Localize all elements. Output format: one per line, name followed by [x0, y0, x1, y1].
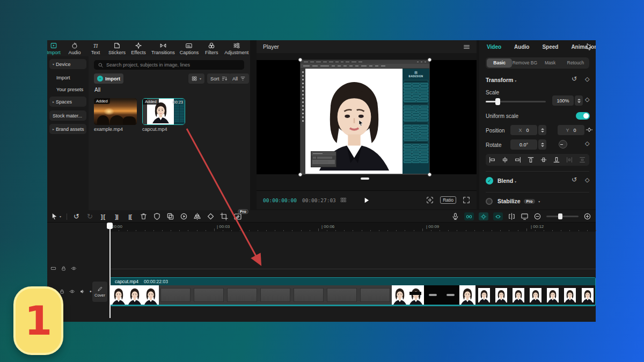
magnetic-snap-toggle[interactable]: [479, 212, 488, 220]
filter-button[interactable]: All: [229, 73, 249, 84]
align-left-icon[interactable]: [486, 156, 499, 164]
fullscreen-icon[interactable]: [463, 196, 470, 204]
tab-audio[interactable]: Audio: [67, 42, 83, 55]
undo-icon[interactable]: ↺: [72, 212, 80, 220]
tab-import[interactable]: Import: [47, 42, 62, 55]
timeline-zoom-slider[interactable]: [546, 216, 579, 217]
rotate-handle[interactable]: [361, 178, 369, 180]
cover-button[interactable]: Cover: [92, 282, 107, 302]
timeline-clip-capcut[interactable]: capcut.mp4 00:00:22:03: [110, 277, 596, 306]
lock-icon[interactable]: [61, 265, 67, 271]
tab-animation[interactable]: Animation: [571, 44, 596, 50]
uniform-scale-toggle[interactable]: [576, 112, 590, 120]
media-item-example[interactable]: Added: [94, 98, 137, 125]
auto-ripple-toggle[interactable]: [464, 212, 474, 220]
mirror-icon[interactable]: [193, 212, 201, 220]
mute-icon[interactable]: [79, 289, 85, 294]
transform-handle[interactable]: [428, 58, 431, 62]
align-bottom-icon[interactable]: [550, 156, 563, 164]
playhead-line[interactable]: [109, 223, 111, 318]
speed-icon[interactable]: [180, 212, 188, 220]
rotate-value-field[interactable]: 0.0°: [510, 139, 537, 150]
media-item-capcut[interactable]: Added 00:23: [142, 98, 185, 125]
tab-speed[interactable]: Speed: [542, 44, 558, 50]
chevron-down-icon[interactable]: ▾: [515, 79, 516, 83]
delete-icon[interactable]: [140, 212, 148, 220]
import-button[interactable]: + Import: [94, 73, 123, 84]
link-toggle[interactable]: [493, 212, 503, 220]
align-top-icon[interactable]: [524, 156, 537, 164]
keyframe-transform-icon[interactable]: ◇: [585, 76, 589, 83]
player-menu-icon[interactable]: [463, 43, 470, 50]
tab-video[interactable]: Video: [487, 44, 501, 50]
scale-value-field[interactable]: 100%: [552, 95, 574, 106]
keyframe-rotate-icon[interactable]: ◇: [585, 140, 589, 147]
sort-button[interactable]: Sort: [207, 73, 231, 84]
rotate-tool-icon[interactable]: [207, 212, 215, 220]
tab-stickers[interactable]: Stickers: [108, 42, 126, 55]
sidebar-item-stock-materials[interactable]: Stock mater...: [49, 110, 86, 121]
tab-text[interactable]: TI Text: [87, 42, 104, 55]
sidebar-item-spaces[interactable]: ▸ Spaces: [49, 97, 86, 107]
keyframe-position-icon[interactable]: [586, 126, 593, 134]
split-icon[interactable]: ][: [99, 212, 107, 220]
align-center-vertical-icon[interactable]: [537, 156, 550, 164]
mask-icon[interactable]: [153, 212, 161, 220]
frame-grid-icon[interactable]: [340, 197, 347, 203]
visibility-icon[interactable]: [69, 289, 75, 294]
align-center-horizontal-icon[interactable]: [499, 156, 511, 164]
keyframe-scale-icon[interactable]: ◇: [585, 96, 589, 103]
sidebar-item-brand-assets[interactable]: ▸ Brand assets: [49, 124, 86, 134]
rotate-stepper[interactable]: [538, 139, 546, 150]
sidebar-item-your-presets[interactable]: Your presets: [49, 84, 86, 94]
timeline-ruler[interactable]: 00:00| 00:03| 00:06| 00:09| 00:12: [110, 223, 596, 232]
tab-captions[interactable]: Captions: [180, 42, 199, 55]
subtab-remove-bg[interactable]: Remove BG: [512, 58, 537, 68]
transform-handle[interactable]: [428, 173, 431, 176]
play-button[interactable]: [362, 196, 370, 204]
overlay-icon[interactable]: [166, 212, 174, 220]
keyframe-blend-icon[interactable]: ◇: [585, 176, 589, 183]
scale-slider-track[interactable]: [486, 101, 546, 102]
video-frame-photoshop-screenshot[interactable]: ꕥ BADESIGN: [301, 60, 429, 174]
search-bar[interactable]: [94, 60, 244, 70]
tab-adjustment[interactable]: Adjustment: [224, 42, 248, 55]
rotate-dial[interactable]: [559, 140, 567, 149]
subtab-basic[interactable]: Basic: [487, 58, 512, 68]
zoom-slider-handle[interactable]: [558, 213, 562, 219]
distribute-horizontal-icon[interactable]: [563, 156, 576, 164]
search-input[interactable]: [106, 62, 240, 68]
ratio-button[interactable]: Ratio: [440, 196, 456, 204]
chevron-down-icon[interactable]: ▾: [538, 200, 540, 203]
reset-blend-icon[interactable]: ↺: [572, 176, 577, 183]
view-toggle-button[interactable]: ▾: [188, 73, 204, 84]
tab-audio-inspector[interactable]: Audio: [514, 44, 529, 50]
tab-transitions[interactable]: Transitions: [151, 42, 175, 55]
scale-stepper[interactable]: [575, 95, 583, 106]
reset-transform-icon[interactable]: ↺: [572, 75, 577, 83]
tab-filters[interactable]: Filters: [203, 42, 219, 55]
blend-checkbox[interactable]: ✓: [486, 177, 493, 184]
tab-effects[interactable]: Effects: [130, 42, 147, 55]
stabilize-checkbox[interactable]: [486, 198, 493, 205]
select-tool-icon[interactable]: [50, 212, 58, 220]
preview-axis-icon[interactable]: [508, 212, 516, 220]
zoom-out-icon[interactable]: [533, 212, 541, 220]
sidebar-item-device[interactable]: ▾ Device: [49, 59, 86, 69]
position-x-field[interactable]: X 0: [510, 125, 537, 135]
position-x-stepper[interactable]: [538, 125, 546, 135]
preview-quality-icon[interactable]: [426, 196, 434, 204]
chevron-down-icon[interactable]: ▾: [60, 215, 61, 218]
transform-handle[interactable]: [298, 58, 302, 62]
subtab-mask[interactable]: Mask: [538, 58, 563, 68]
sidebar-item-import[interactable]: Import: [49, 72, 86, 83]
align-right-icon[interactable]: [511, 156, 524, 164]
playhead-handle[interactable]: [107, 223, 113, 229]
position-y-field[interactable]: Y 0: [558, 125, 584, 135]
zoom-in-icon[interactable]: [583, 212, 591, 220]
delete-right-icon[interactable]: |[: [126, 212, 134, 220]
crop-icon[interactable]: [220, 212, 228, 220]
distribute-vertical-icon[interactable]: [576, 156, 589, 164]
chevron-down-icon[interactable]: ▾: [515, 180, 516, 183]
preview-window-icon[interactable]: [521, 212, 529, 220]
